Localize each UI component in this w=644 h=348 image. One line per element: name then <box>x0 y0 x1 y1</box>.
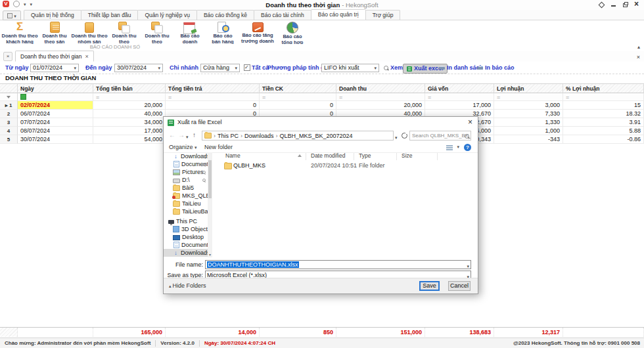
filter-cell[interactable]: = <box>563 93 644 101</box>
column-date-modified[interactable]: Date modified <box>311 152 345 159</box>
button-bao-cao-tong-hop[interactable]: Báo cáotổng hợp <box>276 21 309 45</box>
cancel-button[interactable]: Cancel <box>448 281 471 291</box>
col-tong-tien-tra[interactable]: Tổng tiền trả <box>166 84 260 93</box>
sidebar-item-downloads-quick[interactable]: Downloads <box>164 152 208 160</box>
to-date-input[interactable]: 30/07/2024 <box>114 64 163 72</box>
branch-select[interactable]: Cửa hàng <box>200 64 240 72</box>
tab-quan-ly-nghiep-vu[interactable]: Quản lý nghiệp vụ <box>137 10 197 20</box>
col-loi-nhuan[interactable]: Lợi nhuận <box>494 84 563 93</box>
column-divider[interactable] <box>306 153 306 160</box>
tab-thiet-lap-ban-dau[interactable]: Thiết lập ban đầu <box>81 10 139 20</box>
tab-bao-cao-quan-tri[interactable]: Báo cáo quản trị <box>311 9 366 20</box>
help-icon[interactable] <box>464 144 471 151</box>
address-dropdown-icon[interactable] <box>395 133 398 141</box>
col-gia-von[interactable]: Giá vốn <box>425 84 494 93</box>
breadcrumb-downloads[interactable]: Downloads <box>244 133 274 139</box>
file-name-label: File name: <box>175 261 203 268</box>
filter-cell[interactable]: = <box>166 93 260 101</box>
sidebar-item-mks-qlbh-npp[interactable]: MKS_QLBH_NPP <box>164 192 208 200</box>
col-tong-tien-ban[interactable]: Tổng tiền bán <box>93 84 166 93</box>
forward-icon[interactable] <box>178 131 185 139</box>
restore-icon[interactable] <box>622 2 628 8</box>
sidebar-item-bai5[interactable]: Bài5 <box>164 184 208 192</box>
button-bao-cao-ban-hang[interactable]: Báo cáobán hàng <box>206 21 239 45</box>
sidebar-item-documents-quick[interactable]: Documents <box>164 160 208 168</box>
scrollbar-thumb[interactable] <box>208 160 212 198</box>
sidebar-item-downloads-pc[interactable]: Downloads <box>164 249 208 257</box>
filter-cell[interactable]: = <box>336 93 425 101</box>
sidebar-scrollbar[interactable] <box>208 152 212 257</box>
column-divider[interactable] <box>396 153 397 160</box>
dialog-title-bar[interactable]: Xuất ra file Excel <box>164 117 478 129</box>
cell-date: 07/07/2024 <box>18 118 93 127</box>
method-select[interactable]: LIFO khi xuất <box>321 64 379 72</box>
col-pct-loi-nhuan[interactable]: % Lợi nhuận <box>563 84 644 93</box>
dialog-close-icon[interactable] <box>468 118 472 127</box>
sidebar-item-tailieu[interactable]: TaiLieu <box>164 200 208 207</box>
column-type[interactable]: Type <box>359 152 371 159</box>
new-folder-button[interactable]: New folder <box>204 144 233 150</box>
sidebar-item-documents-pc[interactable]: Documents <box>164 241 208 249</box>
minimize-icon[interactable] <box>610 2 616 8</box>
tab-bao-cao-thong-ke[interactable]: Báo cáo thống kê <box>196 10 254 20</box>
organize-button[interactable]: Organize <box>169 144 197 150</box>
tab-quan-tri-he-thong[interactable]: Quản trị hệ thống <box>24 10 81 20</box>
column-name[interactable]: Name <box>225 152 241 159</box>
column-divider[interactable] <box>437 153 438 160</box>
filter-cell[interactable]: = <box>494 93 563 101</box>
breadcrumb-folder[interactable]: QLBH_MKS_BK_20072024 <box>280 133 353 139</box>
sidebar-item-pictures[interactable]: Pictures <box>164 168 208 176</box>
label-line1: Doanh thu theo <box>145 33 169 45</box>
from-date-input[interactable]: 01/07/2024 <box>30 64 79 72</box>
tab-tro-giup[interactable]: Trợ giúp <box>365 10 401 20</box>
file-row-qlbh-mks[interactable]: QLBH_MKS 20/07/2024 10:51 File folder <box>214 162 476 170</box>
filter-cell[interactable]: = <box>93 93 166 101</box>
sidebar-item-3d-objects[interactable]: 3D Objects <box>164 225 208 233</box>
view-button[interactable]: Xem <box>384 64 403 72</box>
save-button[interactable]: Save <box>419 281 440 291</box>
refresh-icon[interactable] <box>402 133 407 139</box>
breadcrumb-this-pc[interactable]: This PC <box>218 133 239 139</box>
breadcrumb[interactable]: This PC Downloads QLBH_MKS_BK_20072024 <box>202 131 394 141</box>
from-date-value: 01/07/2024 <box>33 64 62 72</box>
close-icon[interactable] <box>634 2 640 8</box>
download-icon <box>173 154 179 159</box>
sidebar-item-this-pc[interactable]: This PC <box>164 217 208 225</box>
fullscreen-icon[interactable] <box>599 2 605 8</box>
col-ngay[interactable]: Ngày <box>18 84 93 93</box>
to-date-label: Đến ngày <box>85 64 112 72</box>
filter-cell[interactable]: = <box>260 93 336 101</box>
sidebar-item-desktop[interactable]: Desktop <box>164 233 208 241</box>
doc-tab-close-icon[interactable] <box>85 53 88 60</box>
file-name: QLBH_MKS <box>233 162 265 169</box>
view-list-icon[interactable] <box>446 145 453 150</box>
col-doanh-thu[interactable]: Doanh thu <box>336 84 425 93</box>
file-name-input[interactable]: DOANHTHUTHEOTHOIGIAN.xlsx <box>205 260 471 269</box>
search-input[interactable]: Search QLBH_MKS_BK_200720... <box>409 131 471 141</box>
print-report-button[interactable]: In báo cáo <box>477 64 515 72</box>
filter-cell[interactable]: = <box>425 93 494 101</box>
table-row[interactable]: 1 02/07/2024 20,000 0 0 20,000 17,000 3,… <box>0 101 644 110</box>
ribbon-collapse-icon[interactable] <box>637 44 640 50</box>
print-list-button[interactable]: In danh sách <box>439 64 483 72</box>
all-checkbox[interactable] <box>244 64 250 72</box>
view-dropdown-icon[interactable] <box>457 144 459 150</box>
cell: 15 <box>563 101 644 110</box>
scroll-down-icon[interactable] <box>208 252 212 257</box>
sidebar-item-d-drive[interactable]: D:\ <box>164 176 208 184</box>
doc-tab-doanh-thu-thoi-gian[interactable]: Doanh thu theo thời gian <box>15 51 94 62</box>
sidebar-item-tailieubannang[interactable]: TaiLieuBanNangC <box>164 207 208 215</box>
col-tien-ck[interactable]: Tiền CK <box>260 84 336 93</box>
document-close-icon[interactable] <box>637 54 640 60</box>
column-size[interactable]: Size <box>402 152 413 159</box>
close-tab-icon[interactable] <box>3 52 12 61</box>
up-icon[interactable] <box>193 131 196 139</box>
back-icon[interactable] <box>169 131 175 139</box>
history-dropdown-icon[interactable] <box>186 133 189 140</box>
filter-cell-date[interactable] <box>18 93 93 101</box>
ribbon-app-button[interactable] <box>3 11 21 20</box>
hide-folders-button[interactable]: Hide Folders <box>169 282 206 289</box>
tab-bao-cao-tai-chinh[interactable]: Báo cáo tài chính <box>254 10 311 20</box>
column-divider[interactable] <box>354 153 354 160</box>
button-doanh-thu-khach-hang[interactable]: Doanh thu theokhách hàng <box>1 21 38 45</box>
